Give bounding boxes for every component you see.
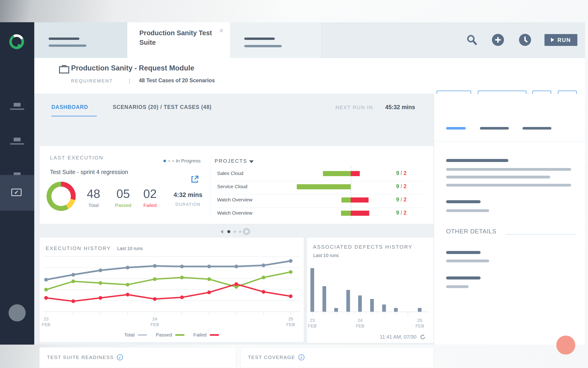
panel-tab-placeholder[interactable] bbox=[522, 127, 552, 129]
close-icon[interactable]: × bbox=[219, 27, 224, 34]
history-clock-icon[interactable] bbox=[519, 34, 531, 46]
info-icon[interactable]: i bbox=[298, 354, 304, 360]
defects-history-card: ASSOCIATED DEFECTS HISTORY Last 10 runs … bbox=[307, 237, 434, 343]
defect-bar bbox=[370, 299, 374, 312]
entity-type-label: REQUIREMENT bbox=[71, 78, 113, 84]
tab-placeholder-1[interactable] bbox=[34, 22, 127, 58]
progress-dot bbox=[168, 160, 170, 162]
defect-bar bbox=[358, 295, 362, 312]
defect-bar bbox=[394, 308, 398, 312]
sidebar-item-test-suites-active[interactable]: ✓ bbox=[0, 175, 34, 211]
project-name: Sales Cloud bbox=[217, 171, 243, 176]
chart-legend: TotalPassedFailed bbox=[40, 332, 304, 338]
stat-total: 48 Total bbox=[77, 187, 110, 208]
project-name: Watch Overview bbox=[217, 210, 252, 216]
dashboard-content: DASHBOARD SCENARIOS (20) / TEST CASES (4… bbox=[34, 94, 434, 345]
skeleton-value bbox=[446, 209, 489, 212]
defect-bar bbox=[382, 304, 386, 312]
x-axis-tick-label: 23FEB bbox=[42, 316, 51, 327]
skeleton-label bbox=[446, 200, 481, 203]
project-name: Service Cloud bbox=[217, 184, 247, 189]
legend-item: Failed bbox=[193, 332, 219, 338]
project-row[interactable]: Watch Overview9 / 2 bbox=[217, 195, 420, 205]
floating-action-button[interactable] bbox=[556, 336, 575, 355]
passed-bar bbox=[341, 211, 351, 216]
passed-bar bbox=[342, 197, 351, 202]
carousel-prev-icon[interactable] bbox=[220, 230, 223, 234]
skeleton-value bbox=[446, 285, 469, 288]
defects-history-subtitle: Last 10 runs bbox=[313, 253, 339, 258]
project-row[interactable]: Sales Cloud9 / 2 bbox=[217, 168, 420, 179]
pass-fail-count: 9 / 2 bbox=[396, 196, 406, 203]
sidebar-item-1[interactable] bbox=[0, 98, 34, 119]
defects-history-title: ASSOCIATED DEFECTS HISTORY bbox=[313, 244, 412, 250]
carousel-dot-active[interactable] bbox=[227, 230, 230, 233]
last-execution-title: LAST EXECUTION bbox=[50, 155, 104, 161]
external-link-icon[interactable] bbox=[191, 175, 199, 184]
tab-title: Production Sanity Test Suite bbox=[139, 28, 216, 47]
duration-label: DURATION bbox=[171, 202, 205, 207]
search-icon[interactable] bbox=[466, 34, 478, 46]
pass-fail-count: 9 / 2 bbox=[396, 210, 406, 216]
project-name: Watch Overview bbox=[217, 197, 252, 202]
briefcase-icon bbox=[59, 64, 70, 74]
module-icon bbox=[14, 103, 21, 107]
add-icon[interactable] bbox=[492, 34, 504, 46]
execution-history-line-chart bbox=[40, 238, 304, 330]
details-side-panel: OTHER DETAILS bbox=[434, 94, 585, 345]
user-avatar[interactable] bbox=[9, 304, 26, 322]
sidebar-item-2[interactable] bbox=[0, 133, 34, 154]
run-button-global[interactable]: RUN bbox=[544, 34, 577, 46]
skeleton-label bbox=[446, 276, 481, 279]
carousel-play-button[interactable] bbox=[243, 228, 250, 235]
page-title: Production Sanity - Request Module bbox=[71, 64, 194, 72]
x-axis-tick-label: 23FEB bbox=[308, 318, 317, 329]
test-suite-readiness-card: TEST SUITE READINESS i bbox=[39, 347, 236, 368]
failed-bar bbox=[351, 197, 369, 202]
carousel-dot[interactable] bbox=[234, 230, 236, 233]
next-run-countdown: 45:32 mins bbox=[385, 104, 415, 110]
tab-bar: Production Sanity Test Suite × RUN bbox=[34, 22, 585, 58]
x-axis-tick-label: 24FEB bbox=[356, 318, 364, 329]
pass-fail-count: 9 / 2 bbox=[396, 183, 406, 190]
execution-history-card: EXECUTION HISTORY Last 10 runs 23FEB24FE… bbox=[39, 237, 304, 342]
project-row[interactable]: Watch Overview9 / 2 bbox=[217, 208, 420, 219]
coverage-title: TEST COVERAGE i bbox=[248, 354, 304, 360]
sidebar: ✓ bbox=[0, 22, 34, 345]
panel-tab-placeholder[interactable] bbox=[480, 127, 509, 129]
chevron-down-icon[interactable] bbox=[249, 160, 254, 163]
carousel-dot[interactable] bbox=[239, 230, 241, 233]
pass-fail-count: 9 / 2 bbox=[396, 170, 406, 176]
projects-dropdown[interactable]: PROJECTS bbox=[215, 158, 247, 164]
duration-value: 4:32 mins bbox=[171, 191, 205, 199]
info-icon[interactable]: i bbox=[117, 354, 123, 360]
refresh-icon[interactable] bbox=[420, 334, 426, 340]
last-refresh-time: 11:41 AM, 07/30 bbox=[380, 334, 426, 340]
progress-dot bbox=[172, 160, 174, 162]
module-icon bbox=[14, 138, 21, 141]
suite-name: Test Suite - sprint 4 regression bbox=[50, 169, 128, 175]
tab-active-production-sanity[interactable]: Production Sanity Test Suite × bbox=[127, 22, 230, 58]
defect-bar bbox=[418, 308, 421, 312]
skeleton-line bbox=[446, 168, 571, 171]
passed-bar bbox=[323, 171, 351, 176]
panel-tab-active-placeholder[interactable] bbox=[446, 127, 466, 129]
tab-dashboard[interactable]: DASHBOARD bbox=[51, 104, 88, 110]
app-logo-icon[interactable] bbox=[7, 32, 26, 51]
tab-placeholder-2[interactable] bbox=[230, 22, 322, 58]
progress-dot-active bbox=[163, 160, 166, 162]
tab-scenarios-testcases[interactable]: SCENARIOS (20) / TEST CASES (48) bbox=[113, 104, 211, 110]
legend-item: Passed bbox=[156, 332, 184, 338]
stat-failed: 02 Failed bbox=[134, 187, 166, 208]
last-execution-card: LAST EXECUTION In Progress Test Suite - … bbox=[39, 146, 434, 224]
checkbox-icon: ✓ bbox=[11, 189, 22, 196]
skeleton-label bbox=[446, 251, 481, 254]
next-run-label: NEXT RUN IN bbox=[335, 104, 373, 110]
play-icon bbox=[551, 38, 554, 42]
passed-bar bbox=[297, 184, 351, 189]
failed-bar bbox=[351, 211, 369, 216]
execution-status: In Progress bbox=[176, 158, 201, 164]
test-coverage-card: TEST COVERAGE i bbox=[240, 347, 434, 368]
project-row[interactable]: Service Cloud9 / 2 bbox=[217, 182, 420, 192]
other-details-heading: OTHER DETAILS bbox=[446, 228, 497, 235]
